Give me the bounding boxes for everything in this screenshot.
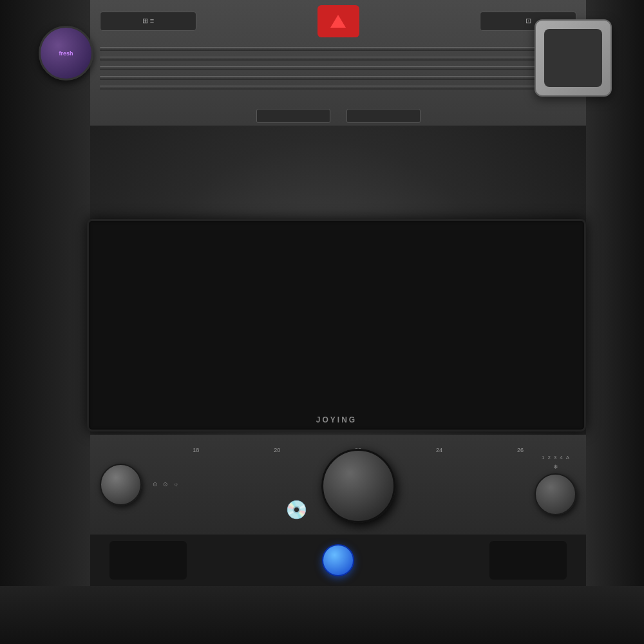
knob-body-left: fresh [39, 26, 93, 80]
climate-section: ⊙ ⊙ ☼ 18 20 22 24 26 1 2 3 4 A [90, 435, 586, 535]
temperature-knob[interactable] [321, 449, 395, 523]
temp-20: 20 [274, 447, 280, 453]
vent-slat-3 [100, 66, 576, 70]
storage-tray [90, 535, 586, 586]
phone-mount-inner [544, 29, 602, 87]
scale-A: A [566, 455, 569, 460]
tiny-btn-right[interactable] [346, 109, 421, 123]
bottom-area [0, 586, 644, 644]
fan-icon-1: ⊙ [153, 481, 158, 488]
vent-slat-1 [100, 47, 576, 51]
snowflake-icon: ❄ [553, 464, 558, 470]
fan-speed-label: ❄ [553, 464, 558, 470]
vent-btn-left[interactable]: ⊞ ≡ [100, 12, 196, 31]
knob-label-left: fresh [59, 50, 73, 57]
small-buttons-center [90, 106, 586, 126]
scale-3: 3 [554, 455, 556, 460]
vent-slat-5 [100, 86, 576, 90]
tray-storage-left [109, 541, 187, 580]
side-panel-right [586, 0, 644, 644]
top-controls-bar: ⊞ ≡ ⊡ [90, 0, 586, 42]
hazard-triangle-icon [330, 15, 346, 28]
blue-button[interactable] [322, 544, 354, 576]
temp-18: 18 [193, 447, 199, 453]
scale-1: 1 [542, 455, 544, 460]
scale-2: 2 [547, 455, 550, 460]
vent-icon-left: ⊞ ≡ [142, 17, 154, 25]
car-interior: ⊞ ≡ ⊡ fresh [0, 0, 644, 644]
album-art-icon: 💿 [285, 499, 308, 520]
top-vent-section: ⊞ ≡ ⊡ [90, 0, 586, 126]
phone-mount [535, 19, 612, 97]
fan-icon-3: ☼ [173, 481, 178, 488]
brand-label: JOYING [89, 415, 584, 424]
vent-slats-section [90, 42, 586, 106]
vent-slat-2 [100, 57, 576, 61]
vent-slat-4 [100, 76, 576, 80]
hazard-button[interactable] [317, 5, 359, 37]
fan-direction-knob[interactable] [100, 464, 142, 506]
left-air-knob[interactable]: fresh [39, 26, 93, 80]
fan-speed-scale: 1 2 3 4 A [542, 455, 569, 460]
tiny-btn-left[interactable] [256, 109, 330, 123]
fan-icon-2: ⊙ [163, 481, 168, 488]
fan-speed-knob[interactable] [535, 473, 576, 515]
side-panel-left [0, 0, 90, 644]
temp-26: 26 [517, 447, 524, 453]
tray-storage-right [489, 541, 567, 580]
head-unit: ⏻ ⌂ ⌂ ↩ ◂ 🚗 EST POP 8:28 p. [87, 219, 586, 431]
scale-4: 4 [560, 455, 562, 460]
vent-icon-right: ⊡ [526, 17, 531, 25]
right-knob-area: 1 2 3 4 A ❄ [535, 455, 576, 515]
temp-center-block: 18 20 22 24 26 [189, 447, 527, 523]
fan-icons-row: ⊙ ⊙ ☼ [153, 481, 178, 488]
temp-24: 24 [436, 447, 442, 453]
